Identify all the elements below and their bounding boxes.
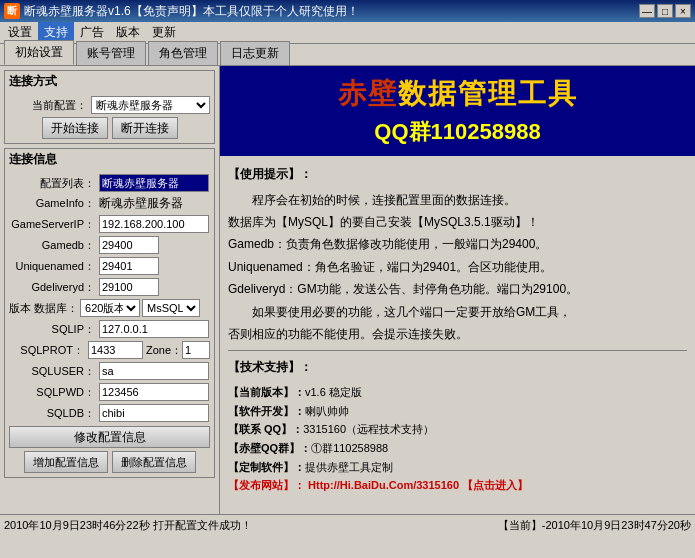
gdeliveryd-label: Gdeliveryd： xyxy=(9,280,99,295)
hint-title: 【使用提示】： xyxy=(228,164,687,186)
hint-line-9: Gdeliveryd：GM功能，发送公告、封停角色功能。端口为29100。 xyxy=(228,279,687,299)
uniquenamed-label: Uniquenamed： xyxy=(9,259,99,274)
connect-section-title: 连接方式 xyxy=(5,71,214,92)
sqlip-label: SQLIP： xyxy=(9,322,99,337)
tab-role-management[interactable]: 角色管理 xyxy=(148,41,218,65)
title-buttons: — □ × xyxy=(639,4,691,18)
left-panel: 连接方式 当前配置： 断魂赤壁服务器 开始连接 断开连接 连接信息 xyxy=(0,66,220,514)
gdeliveryd-row: Gdeliveryd： xyxy=(9,278,210,296)
connect-section: 连接方式 当前配置： 断魂赤壁服务器 开始连接 断开连接 xyxy=(4,70,215,144)
gameserverip-input[interactable] xyxy=(99,215,209,233)
config-list-label: 配置列表： xyxy=(9,176,99,191)
menu-ad[interactable]: 广告 xyxy=(74,22,110,43)
support-developer: 【软件开发】：喇叭帅帅 xyxy=(228,402,687,421)
delete-config-button[interactable]: 删除配置信息 xyxy=(112,451,196,473)
sqlip-row: SQLIP： xyxy=(9,320,210,338)
sqlpwd-label: SQLPWD： xyxy=(9,385,99,400)
main-content: 连接方式 当前配置： 断魂赤壁服务器 开始连接 断开连接 连接信息 xyxy=(0,66,695,514)
title-bar-left: 断 断魂赤壁服务器v1.6【免责声明】本工具仅限于个人研究使用！ xyxy=(4,3,359,20)
tab-initial-settings[interactable]: 初始设置 xyxy=(4,40,74,65)
minimize-button[interactable]: — xyxy=(639,4,655,18)
gdeliveryd-input[interactable] xyxy=(99,278,159,296)
gamedb-row: Gamedb： xyxy=(9,236,210,254)
sqluser-row: SQLUSER： xyxy=(9,362,210,380)
support-custom: 【定制软件】：提供赤壁工具定制 xyxy=(228,458,687,477)
hint-line-5: Gamedb：负责角色数据修改功能使用，一般端口为29400。 xyxy=(228,234,687,254)
config-list-input[interactable] xyxy=(99,174,209,192)
info-section: 连接信息 配置列表： GameInfo： 断魂赤壁服务器 GameServerI… xyxy=(4,148,215,478)
qq-group-text: QQ群110258988 xyxy=(374,117,540,147)
menu-update[interactable]: 更新 xyxy=(146,22,182,43)
connect-buttons: 开始连接 断开连接 xyxy=(9,117,210,139)
gameserverip-row: GameServerIP： xyxy=(9,215,210,233)
status-bar: 2010年10月9日23时46分22秒 打开配置文件成功！ 【当前】-2010年… xyxy=(0,514,695,536)
maximize-button[interactable]: □ xyxy=(657,4,673,18)
zone-input[interactable] xyxy=(182,341,210,359)
add-config-button[interactable]: 增加配置信息 xyxy=(24,451,108,473)
gameinfo-label: GameInfo： xyxy=(9,196,99,211)
title-bar: 断 断魂赤壁服务器v1.6【免责声明】本工具仅限于个人研究使用！ — □ × xyxy=(0,0,695,22)
window-title: 断魂赤壁服务器v1.6【免责声明】本工具仅限于个人研究使用！ xyxy=(24,3,359,20)
current-config-row: 当前配置： 断魂赤壁服务器 xyxy=(9,96,210,114)
hint-line-1: 程序会在初始的时候，连接配置里面的数据连接。 xyxy=(228,190,687,210)
gameserverip-label: GameServerIP： xyxy=(9,217,99,232)
status-left-text: 2010年10月9日23时46分22秒 打开配置文件成功！ xyxy=(4,518,494,533)
sqlpwd-row: SQLPWD： xyxy=(9,383,210,401)
sqlprot-input[interactable] xyxy=(88,341,143,359)
sqldb-label: SQLDB： xyxy=(9,406,99,421)
version-select[interactable]: 620版本 xyxy=(80,299,140,317)
sqldb-row: SQLDB： xyxy=(9,404,210,422)
tab-log-update[interactable]: 日志更新 xyxy=(220,41,290,65)
menu-version[interactable]: 版本 xyxy=(110,22,146,43)
version-label: 版本 数据库： xyxy=(9,301,78,316)
support-qq: 【联系 QQ】：3315160（远程技术支持） xyxy=(228,420,687,439)
version-db-row: 版本 数据库： 620版本 MsSQL库 xyxy=(9,299,210,317)
modify-config-button[interactable]: 修改配置信息 xyxy=(9,426,210,448)
tabs-bar: 初始设置 账号管理 角色管理 日志更新 xyxy=(0,44,695,66)
uniquenamed-input[interactable] xyxy=(99,257,159,275)
status-right-text: 【当前】-2010年10月9日23时47分20秒 xyxy=(498,518,691,533)
hint-line-7: Uniquenamed：角色名验证，端口为29401。合区功能使用。 xyxy=(228,257,687,277)
add-delete-btn-row: 增加配置信息 删除配置信息 xyxy=(9,451,210,473)
sqlpwd-input[interactable] xyxy=(99,383,209,401)
support-website: 【发布网站】： Http://Hi.BaiDu.Com/3315160 【点击进… xyxy=(228,476,687,495)
current-config-label: 当前配置： xyxy=(9,98,91,113)
zone-label: Zone： xyxy=(146,343,182,358)
support-version: 【当前版本】：v1.6 稳定版 xyxy=(228,383,687,402)
app-icon: 断 xyxy=(4,3,20,19)
modify-btn-row: 修改配置信息 xyxy=(9,426,210,448)
gameinfo-value: 断魂赤壁服务器 xyxy=(99,195,183,212)
support-qq-group: 【赤壁QQ群】：①群110258988 xyxy=(228,439,687,458)
info-section-content: 配置列表： GameInfo： 断魂赤壁服务器 GameServerIP： Ga… xyxy=(5,170,214,477)
current-config-select[interactable]: 断魂赤壁服务器 xyxy=(91,96,210,114)
brand-title: 赤壁数据管理工具 xyxy=(338,75,578,113)
right-panel: 赤壁数据管理工具 QQ群110258988 【使用提示】： 程序会在初始的时候，… xyxy=(220,66,695,514)
hint-line-11: 如果要使用必要的功能，这几个端口一定要开放给GM工具， xyxy=(228,302,687,322)
hint-line-3: 数据库为【MySQL】的要自己安装【MySQL3.5.1驱动】！ xyxy=(228,212,687,232)
support-title: 【技术支持】： xyxy=(228,357,687,379)
connect-button[interactable]: 开始连接 xyxy=(42,117,108,139)
sqlprot-row: SQLPROT： Zone： xyxy=(9,341,210,359)
divider xyxy=(228,350,687,351)
sqluser-label: SQLUSER： xyxy=(9,364,99,379)
sqlprot-label: SQLPROT： xyxy=(9,343,88,358)
support-section: 【技术支持】： 【当前版本】：v1.6 稳定版 【软件开发】：喇叭帅帅 【联系 … xyxy=(228,357,687,495)
close-button[interactable]: × xyxy=(675,4,691,18)
info-area: 【使用提示】： 程序会在初始的时候，连接配置里面的数据连接。 数据库为【MySQ… xyxy=(220,156,695,514)
config-list-row: 配置列表： xyxy=(9,174,210,192)
sqlip-input[interactable] xyxy=(99,320,209,338)
brand-header: 赤壁数据管理工具 QQ群110258988 xyxy=(220,66,695,156)
hint-line-12: 否则相应的功能不能使用。会提示连接失败。 xyxy=(228,324,687,344)
db-type-select[interactable]: MsSQL库 xyxy=(142,299,200,317)
connect-section-content: 当前配置： 断魂赤壁服务器 开始连接 断开连接 xyxy=(5,92,214,143)
sqluser-input[interactable] xyxy=(99,362,209,380)
website-link[interactable]: Http://Hi.BaiDu.Com/3315160 【点击进入】 xyxy=(308,479,528,491)
gamedb-label: Gamedb： xyxy=(9,238,99,253)
tab-account-management[interactable]: 账号管理 xyxy=(76,41,146,65)
sqldb-input[interactable] xyxy=(99,404,209,422)
uniquenamed-row: Uniquenamed： xyxy=(9,257,210,275)
disconnect-button[interactable]: 断开连接 xyxy=(112,117,178,139)
info-section-title: 连接信息 xyxy=(5,149,214,170)
gamedb-input[interactable] xyxy=(99,236,159,254)
gameinfo-row: GameInfo： 断魂赤壁服务器 xyxy=(9,195,210,212)
